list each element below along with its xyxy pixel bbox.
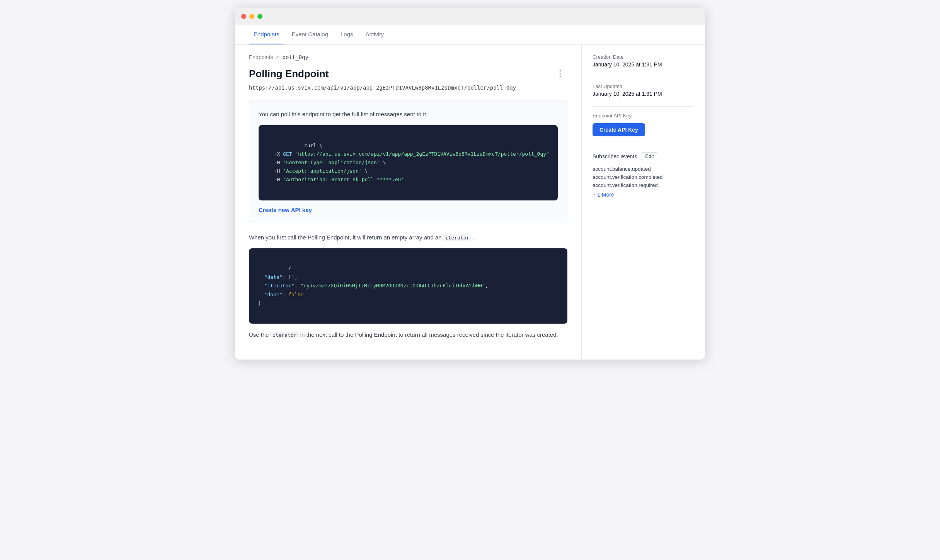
- divider-3: [593, 146, 694, 146]
- event-list: account.balance.updated account.verifica…: [593, 165, 694, 189]
- maximize-button[interactable]: [257, 14, 262, 19]
- section3-text: Use the iterator in the next call to the…: [249, 330, 567, 340]
- main-content: Endpoints > poll_0qy Polling Endpoint ⋮ …: [235, 45, 705, 360]
- minimize-button[interactable]: [249, 14, 254, 19]
- last-updated-section: Last Updated January 10, 2025 at 1:31 PM: [593, 83, 694, 97]
- endpoint-url: https://api.us.svix.com/api/v1/app/app_2…: [249, 85, 567, 91]
- iterator-inline-code-2: iterator: [271, 332, 299, 338]
- event-item: account.balance.updated: [593, 165, 694, 173]
- event-item: account.verification.required: [593, 181, 694, 189]
- subscribed-events-label: Subscribed events: [593, 153, 637, 160]
- page-title: Polling Endpoint: [249, 68, 329, 80]
- api-key-label: Endpoint API Key: [593, 113, 694, 119]
- more-events-link[interactable]: + 1 More: [593, 192, 614, 198]
- api-key-section: Endpoint API Key Create API Key: [593, 113, 694, 136]
- last-updated-value: January 10, 2025 at 1:31 PM: [593, 91, 694, 97]
- subscribed-events-section: Subscribed events Edit account.balance.u…: [593, 152, 694, 198]
- tab-event-catalog[interactable]: Event Catalog: [287, 25, 333, 44]
- divider-2: [593, 106, 694, 107]
- info-box-text: You can poll this endpoint to get the fu…: [259, 110, 558, 119]
- info-box: You can poll this endpoint to get the fu…: [249, 100, 567, 223]
- tab-activity[interactable]: Activity: [361, 25, 388, 44]
- event-item: account.verification.completed: [593, 173, 694, 181]
- divider-1: [593, 77, 694, 77]
- curl-code-block: curl \ -X GET "https://api.us.svix.com/a…: [259, 125, 558, 200]
- last-updated-label: Last Updated: [593, 83, 694, 89]
- section2-text: When you first call the Polling Endpoint…: [249, 232, 567, 243]
- curl-code: curl \ -X GET "https://api.us.svix.com/a…: [268, 143, 549, 182]
- more-menu-button[interactable]: ⋮: [553, 68, 567, 80]
- edit-events-button[interactable]: Edit: [641, 152, 658, 160]
- tab-logs[interactable]: Logs: [336, 25, 358, 44]
- app-window: Endpoints Event Catalog Logs Activity En…: [235, 8, 705, 360]
- nav-tabs: Endpoints Event Catalog Logs Activity: [235, 25, 705, 45]
- creation-date-value: January 10, 2025 at 1:31 PM: [593, 61, 694, 68]
- creation-date-section: Creation Date January 10, 2025 at 1:31 P…: [593, 54, 694, 68]
- create-new-api-key-link[interactable]: Create new API key: [259, 207, 312, 213]
- breadcrumb-parent[interactable]: Endpoints: [249, 54, 273, 60]
- creation-date-label: Creation Date: [593, 54, 694, 60]
- breadcrumb-separator: >: [276, 54, 279, 60]
- title-bar: [235, 8, 705, 25]
- create-api-key-button[interactable]: Create API Key: [593, 123, 645, 136]
- json-code-block: { "data": [], "iterator": "eyJvZmZzZXQiO…: [249, 248, 567, 324]
- sidebar: Creation Date January 10, 2025 at 1:31 P…: [581, 45, 705, 360]
- breadcrumb-current: poll_0qy: [282, 54, 308, 60]
- content-area: Endpoints > poll_0qy Polling Endpoint ⋮ …: [235, 45, 581, 360]
- close-button[interactable]: [241, 14, 246, 19]
- page-header: Polling Endpoint ⋮: [249, 68, 567, 80]
- breadcrumb: Endpoints > poll_0qy: [249, 54, 567, 60]
- json-code: { "data": [], "iterator": "eyJvZmZzZXQiO…: [258, 266, 488, 305]
- tab-endpoints[interactable]: Endpoints: [249, 25, 284, 44]
- subscribed-events-header: Subscribed events Edit: [593, 152, 694, 160]
- iterator-inline-code: iterator: [443, 234, 472, 241]
